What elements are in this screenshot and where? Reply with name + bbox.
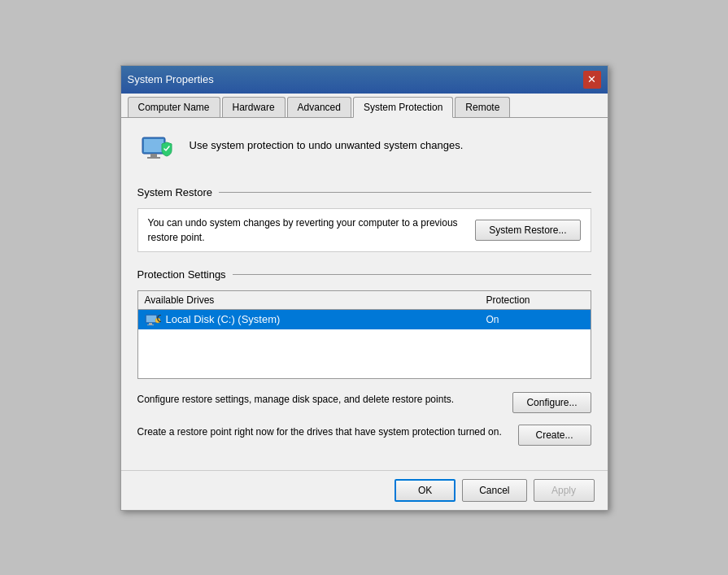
system-restore-section: System Restore You can undo system chang… bbox=[137, 186, 591, 252]
system-properties-dialog: System Properties ✕ Computer Name Hardwa… bbox=[120, 65, 608, 511]
protection-settings-label: Protection Settings bbox=[137, 268, 226, 281]
drives-list: C Local Disk (C:) (System) On bbox=[138, 310, 591, 378]
info-description: Use system protection to undo unwanted s… bbox=[190, 137, 591, 154]
tab-computer-name[interactable]: Computer Name bbox=[128, 97, 220, 117]
drives-table-header: Available Drives Protection bbox=[138, 291, 591, 310]
dialog-title: System Properties bbox=[128, 73, 214, 85]
drives-empty-space bbox=[138, 329, 591, 378]
tab-content: Use system protection to undo unwanted s… bbox=[121, 118, 608, 470]
configure-description: Configure restore settings, manage disk … bbox=[137, 392, 503, 407]
drive-protection-status: On bbox=[486, 314, 584, 325]
create-button[interactable]: Create... bbox=[518, 425, 591, 446]
svg-rect-3 bbox=[147, 157, 160, 159]
svg-rect-7 bbox=[147, 325, 154, 325]
cancel-button[interactable]: Cancel bbox=[462, 479, 526, 502]
tab-hardware[interactable]: Hardware bbox=[222, 97, 286, 117]
system-restore-button[interactable]: System Restore... bbox=[475, 220, 580, 241]
info-row: Use system protection to undo unwanted s… bbox=[137, 131, 591, 170]
drive-icon: C bbox=[145, 313, 161, 326]
col-drives-label: Available Drives bbox=[145, 294, 486, 306]
configure-row: Configure restore settings, manage disk … bbox=[137, 392, 591, 413]
protection-settings-header: Protection Settings bbox=[137, 268, 591, 281]
svg-rect-2 bbox=[150, 154, 157, 157]
section-divider-2 bbox=[233, 274, 591, 275]
tab-system-protection[interactable]: System Protection bbox=[353, 97, 453, 118]
drive-name: C Local Disk (C:) (System) bbox=[145, 313, 486, 326]
restore-row: You can undo system changes by reverting… bbox=[137, 208, 591, 252]
backdrop: System Properties ✕ Computer Name Hardwa… bbox=[0, 0, 728, 575]
system-protection-icon bbox=[137, 131, 177, 170]
svg-text:C: C bbox=[156, 313, 161, 325]
system-restore-header: System Restore bbox=[137, 186, 591, 198]
drive-label: Local Disk (C:) (System) bbox=[166, 313, 281, 325]
drives-table: Available Drives Protection bbox=[137, 290, 591, 379]
tab-bar: Computer Name Hardware Advanced System P… bbox=[121, 94, 608, 118]
tab-advanced[interactable]: Advanced bbox=[287, 97, 351, 117]
svg-rect-5 bbox=[146, 316, 156, 322]
configure-button[interactable]: Configure... bbox=[512, 392, 591, 413]
title-bar: System Properties ✕ bbox=[121, 66, 608, 94]
tab-remote[interactable]: Remote bbox=[455, 97, 510, 117]
restore-description: You can undo system changes by reverting… bbox=[148, 216, 466, 245]
section-divider bbox=[219, 192, 591, 193]
create-description: Create a restore point right now for the… bbox=[137, 425, 508, 439]
create-row: Create a restore point right now for the… bbox=[137, 425, 591, 446]
apply-button[interactable]: Apply bbox=[534, 479, 595, 502]
dialog-footer: OK Cancel Apply bbox=[121, 470, 608, 510]
col-protection-label: Protection bbox=[486, 294, 584, 306]
svg-rect-6 bbox=[149, 323, 152, 325]
ok-button[interactable]: OK bbox=[395, 479, 456, 502]
close-button[interactable]: ✕ bbox=[583, 71, 601, 89]
protection-settings-section: Protection Settings Available Drives Pro… bbox=[137, 268, 591, 446]
drive-row-c[interactable]: C Local Disk (C:) (System) On bbox=[138, 310, 591, 329]
svg-rect-1 bbox=[144, 139, 163, 152]
system-restore-label: System Restore bbox=[137, 186, 212, 198]
